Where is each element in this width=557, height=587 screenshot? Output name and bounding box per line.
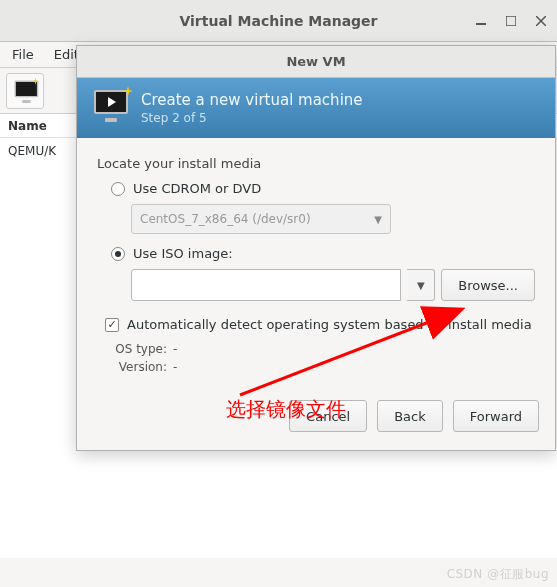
- iso-row: ▼ Browse...: [131, 269, 535, 301]
- minimize-icon[interactable]: [473, 13, 489, 29]
- radio-iso[interactable]: [111, 247, 125, 261]
- radio-cdrom-label: Use CDROM or DVD: [133, 181, 261, 196]
- radio-cdrom-row[interactable]: Use CDROM or DVD: [97, 181, 535, 196]
- dialog-header-text: Create a new virtual machine Step 2 of 5: [141, 91, 363, 125]
- radio-cdrom[interactable]: [111, 182, 125, 196]
- main-title: Virtual Machine Manager: [179, 13, 377, 29]
- maximize-icon[interactable]: [503, 13, 519, 29]
- dialog-title: New VM: [286, 54, 345, 69]
- browse-button[interactable]: Browse...: [441, 269, 535, 301]
- version-row: Version: -: [105, 360, 535, 374]
- os-type-label: OS type:: [105, 342, 167, 356]
- cdrom-combo-value: CentOS_7_x86_64 (/dev/sr0): [140, 212, 311, 226]
- autodetect-row[interactable]: Automatically detect operating system ba…: [105, 317, 535, 332]
- window-controls: [473, 13, 549, 29]
- os-type-row: OS type: -: [105, 342, 535, 356]
- back-button[interactable]: Back: [377, 400, 443, 432]
- menu-file[interactable]: File: [4, 45, 42, 64]
- column-name: Name: [8, 119, 47, 133]
- dialog-titlebar: New VM: [77, 46, 555, 78]
- dialog-step-label: Step 2 of 5: [141, 111, 363, 125]
- annotation-text: 选择镜像文件: [226, 396, 346, 423]
- autodetect-label: Automatically detect operating system ba…: [127, 317, 532, 332]
- locate-label: Locate your install media: [97, 156, 535, 171]
- autodetect-checkbox[interactable]: [105, 318, 119, 332]
- dialog-header-title: Create a new virtual machine: [141, 91, 363, 109]
- iso-path-input[interactable]: [131, 269, 401, 301]
- forward-button[interactable]: Forward: [453, 400, 539, 432]
- cdrom-combo-wrap: CentOS_7_x86_64 (/dev/sr0) ▼: [131, 204, 535, 234]
- cdrom-combo[interactable]: CentOS_7_x86_64 (/dev/sr0) ▼: [131, 204, 391, 234]
- svg-rect-1: [506, 16, 516, 26]
- radio-iso-row[interactable]: Use ISO image:: [97, 246, 535, 261]
- chevron-down-icon: ▼: [374, 214, 382, 225]
- svg-rect-0: [476, 23, 486, 25]
- dialog-body: Locate your install media Use CDROM or D…: [77, 138, 555, 388]
- radio-iso-label: Use ISO image:: [133, 246, 233, 261]
- version-label: Version:: [105, 360, 167, 374]
- os-type-value: -: [173, 342, 177, 356]
- new-vm-dialog: New VM Create a new virtual machine Step…: [76, 45, 556, 451]
- dialog-header: Create a new virtual machine Step 2 of 5: [77, 78, 555, 138]
- vm-icon: [91, 88, 131, 128]
- svg-marker-5: [123, 86, 133, 96]
- watermark: CSDN @征服bug: [447, 566, 549, 583]
- svg-marker-4: [32, 77, 39, 84]
- iso-dropdown-button[interactable]: ▼: [407, 269, 435, 301]
- main-titlebar: Virtual Machine Manager: [0, 0, 557, 42]
- version-value: -: [173, 360, 177, 374]
- close-icon[interactable]: [533, 13, 549, 29]
- new-vm-toolbar-button[interactable]: [6, 73, 44, 109]
